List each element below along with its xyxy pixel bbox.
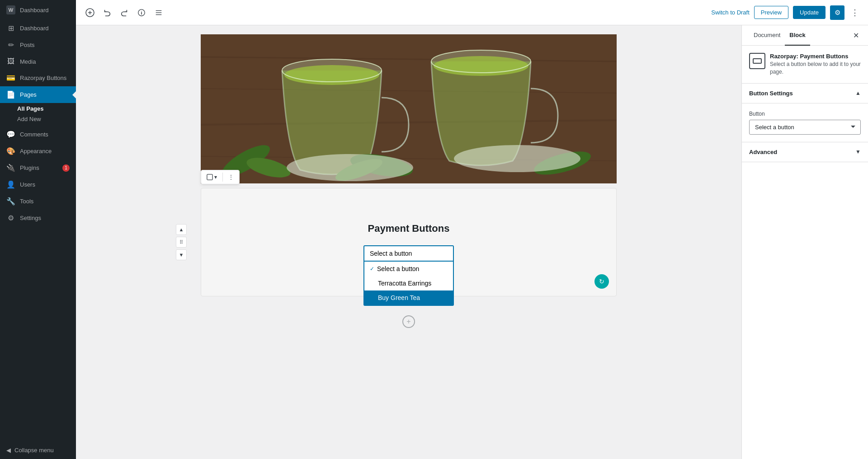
more-options-button[interactable]: ⋮ — [849, 6, 861, 19]
main-area: Switch to Draft Preview Update ⚙ ⋮ — [76, 0, 868, 459]
dashboard-icon: ⊞ — [6, 24, 15, 33]
panel-block-info: Razorpay: Payment Buttons Select a butto… — [742, 46, 868, 84]
undo-button[interactable] — [100, 6, 114, 19]
sidebar-item-plugins[interactable]: 🔌 Plugins 1 — [0, 159, 76, 176]
block-container: ▾ ⋮ ▲ ⠿ ▼ Payment Buttons — [201, 188, 617, 296]
dropdown-item-select[interactable]: ✓ Select a button — [364, 262, 453, 276]
svg-point-5 — [141, 11, 142, 11]
tools-icon: 🔧 — [6, 197, 15, 206]
add-block-topbar-button[interactable] — [83, 6, 97, 19]
sidebar-item-label: Comments — [20, 131, 48, 138]
advanced-title: Advanced — [749, 149, 777, 155]
block-drag-handle[interactable]: ⠿ — [176, 237, 187, 248]
sidebar-item-label: Settings — [20, 215, 41, 221]
pages-icon: 📄 — [6, 90, 15, 99]
payment-block: Payment Buttons Select a button ✓ Select… — [201, 188, 617, 296]
sidebar-item-posts[interactable]: ✏ Posts — [0, 37, 76, 53]
sidebar-item-appearance[interactable]: 🎨 Appearance — [0, 143, 76, 159]
sidebar-subitem-add-new[interactable]: Add New — [0, 114, 76, 126]
block-toolbar: ▾ ⋮ — [201, 170, 240, 184]
payment-block-title: Payment Buttons — [368, 223, 450, 234]
appearance-icon: 🎨 — [6, 147, 15, 155]
sidebar-item-label: Media — [20, 58, 36, 65]
block-type-label: ▾ — [214, 174, 217, 180]
button-settings-content: Button Select a button — [742, 103, 868, 142]
block-move-down-button[interactable]: ▼ — [176, 249, 187, 260]
sidebar-item-pages[interactable]: 📄 Pages — [0, 86, 76, 103]
dropdown-item-label: Terracotta Earrings — [378, 280, 431, 287]
advanced-chevron-icon: ▼ — [855, 149, 861, 155]
sidebar-item-label: Dashboard — [20, 25, 49, 32]
right-panel: Document Block ✕ Razorpay: Payment Butto… — [741, 25, 868, 459]
users-icon: 👤 — [6, 180, 15, 189]
payment-dropdown[interactable]: Select a button ✓ Select a button — [363, 245, 454, 262]
button-settings-section-header[interactable]: Button Settings ▲ — [742, 84, 868, 103]
block-icon-box — [749, 53, 765, 69]
switch-to-draft-button[interactable]: Switch to Draft — [711, 9, 750, 16]
block-info-title: Razorpay: Payment Buttons — [770, 53, 861, 60]
settings-gear-button[interactable]: ⚙ — [830, 5, 844, 20]
editor-inner: ▾ ⋮ ▲ ⠿ ▼ Payment Buttons — [201, 34, 617, 319]
list-view-button[interactable] — [152, 6, 165, 19]
tab-document[interactable]: Document — [749, 25, 785, 46]
wp-logo-icon: W — [6, 5, 15, 14]
collapse-menu[interactable]: ◀ Collapse menu — [0, 441, 76, 459]
sidebar-item-label: Plugins — [20, 164, 39, 171]
topbar-actions: Switch to Draft Preview Update ⚙ ⋮ — [711, 5, 861, 20]
button-field-label: Button — [749, 111, 861, 117]
sidebar-item-label: Razorpay Buttons — [20, 75, 66, 81]
settings-icon: ⚙ — [6, 214, 15, 222]
block-more-options[interactable]: ⋮ — [226, 172, 236, 182]
editor-area: ▾ ⋮ ▲ ⠿ ▼ Payment Buttons — [76, 25, 741, 459]
redo-button[interactable] — [118, 6, 131, 19]
sidebar-item-dashboard[interactable]: ⊞ Dashboard — [0, 20, 76, 37]
button-field: Button Select a button — [749, 111, 861, 135]
collapse-icon: ◀ — [6, 447, 11, 454]
sidebar-item-label: Users — [20, 181, 35, 188]
dropdown-item-greentea[interactable]: Buy Green Tea — [364, 290, 453, 305]
update-button[interactable]: Update — [793, 6, 826, 19]
dropdown-item-earrings[interactable]: Terracotta Earrings — [364, 276, 453, 290]
toolbar-divider — [222, 173, 223, 182]
tab-block[interactable]: Block — [785, 25, 810, 46]
add-block-bottom-button[interactable]: + — [402, 315, 415, 328]
block-move-up-button[interactable]: ▲ — [176, 224, 187, 235]
sidebar-subitem-all-pages[interactable]: All Pages — [0, 103, 76, 114]
sidebar-item-settings[interactable]: ⚙ Settings — [0, 210, 76, 226]
info-button[interactable] — [135, 6, 148, 19]
button-settings-title: Button Settings — [749, 90, 793, 97]
razorpay-icon: 💳 — [6, 74, 15, 82]
sidebar-logo-label: Dashboard — [20, 7, 49, 14]
collapse-label: Collapse menu — [14, 447, 54, 454]
sidebar-item-label: Appearance — [20, 148, 52, 155]
sidebar-logo[interactable]: W Dashboard — [0, 0, 76, 20]
block-info-text: Razorpay: Payment Buttons Select a butto… — [770, 53, 861, 76]
plugins-icon: 🔌 — [6, 164, 15, 172]
panel-close-button[interactable]: ✕ — [851, 29, 861, 42]
panel-tabs: Document Block ✕ — [742, 25, 868, 46]
sidebar-item-users[interactable]: 👤 Users — [0, 176, 76, 193]
dropdown-selected-value: Select a button — [370, 250, 412, 257]
dropdown-item-label: Select a button — [377, 265, 419, 272]
advanced-section-header[interactable]: Advanced ▼ — [742, 142, 868, 162]
dropdown-list: ✓ Select a button Terracotta Earrings — [363, 262, 454, 306]
block-side-controls: ▲ ⠿ ▼ — [176, 224, 187, 260]
hero-image — [201, 34, 617, 183]
sidebar: W Dashboard ⊞ Dashboard ✏ Posts 🖼 Media … — [0, 0, 76, 459]
content-wrap: ▾ ⋮ ▲ ⠿ ▼ Payment Buttons — [76, 25, 868, 459]
checkmark-icon: ✓ — [370, 266, 374, 272]
payment-dropdown-trigger[interactable]: Select a button — [363, 245, 454, 262]
sidebar-item-label: Tools — [20, 198, 33, 205]
sidebar-item-label: Pages — [20, 91, 37, 98]
refresh-button[interactable]: ↻ — [594, 274, 609, 289]
sidebar-item-tools[interactable]: 🔧 Tools — [0, 193, 76, 210]
button-select[interactable]: Select a button — [749, 120, 861, 135]
dropdown-item-label: Buy Green Tea — [378, 294, 420, 301]
sidebar-item-label: Posts — [20, 42, 35, 48]
block-type-selector[interactable]: ▾ — [204, 172, 220, 182]
preview-button[interactable]: Preview — [754, 6, 788, 19]
svg-rect-27 — [207, 174, 212, 180]
sidebar-item-media[interactable]: 🖼 Media — [0, 53, 76, 70]
sidebar-item-comments[interactable]: 💬 Comments — [0, 126, 76, 143]
sidebar-item-razorpay[interactable]: 💳 Razorpay Buttons — [0, 70, 76, 86]
